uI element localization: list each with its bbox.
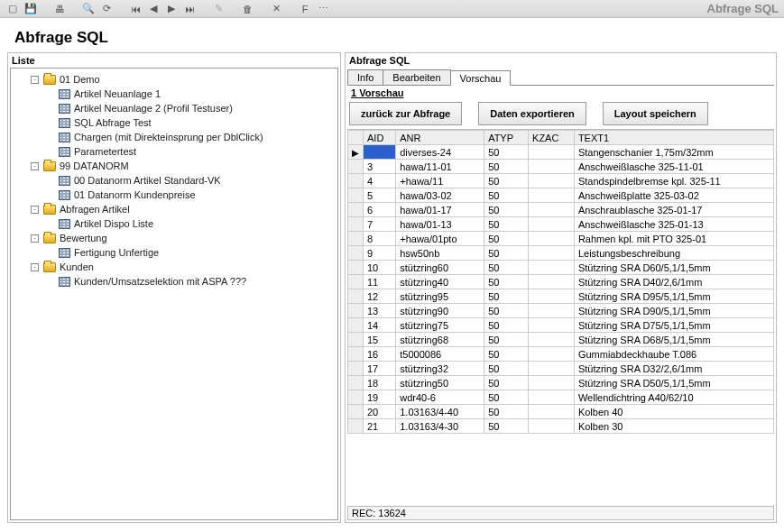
cell-atyp[interactable]: 50 (484, 318, 529, 333)
cell-kzac[interactable] (529, 145, 575, 160)
table-row[interactable]: 16t500008650Gummiabdeckhaube T.086 (348, 347, 774, 362)
nav-first-icon[interactable]: ⏮ (128, 2, 143, 16)
cell-anr[interactable]: hawa/01-17 (396, 203, 484, 217)
cell-atyp[interactable]: 50 (484, 405, 529, 419)
cell-atyp[interactable]: 50 (484, 145, 529, 160)
tool-save-icon[interactable]: 💾 (23, 2, 38, 16)
table-row[interactable]: 201.03163/4-4050Kolben 40 (348, 405, 774, 419)
table-row[interactable]: 18stützring5050Stützring SRA D50/5,1/1,5… (348, 376, 774, 390)
tool-close-icon[interactable]: ✕ (269, 2, 283, 16)
tab-vorschau[interactable]: Vorschau (450, 70, 512, 86)
tree-folder[interactable]: -Bewertung (13, 231, 336, 245)
tree-item[interactable]: 01 Datanorm Kundenpreise (13, 188, 336, 202)
back-button[interactable]: zurück zur Abfrage (349, 102, 462, 125)
cell-text1[interactable]: Stützring SRA D68/5,1/1,5mm (574, 333, 773, 347)
cell-anr[interactable]: stützring32 (396, 362, 484, 376)
nav-last-icon[interactable]: ⏭ (182, 2, 197, 16)
table-row[interactable]: 12stützring9550Stützring SRA D95/5,1/1,5… (348, 289, 774, 304)
cell-anr[interactable]: diverses-24 (396, 145, 484, 160)
table-row[interactable]: 19wdr40-650Wellendichtring A40/62/10 (348, 390, 774, 405)
cell-anr[interactable]: +hawa/11 (396, 174, 484, 188)
cell-aid[interactable]: 15 (364, 333, 396, 347)
tree-item[interactable]: Artikel Neuanlage 1 (13, 87, 336, 101)
expand-toggle-icon[interactable]: - (31, 162, 39, 170)
nav-next-icon[interactable]: ▶ (164, 2, 179, 16)
cell-atyp[interactable]: 50 (484, 160, 529, 174)
cell-aid[interactable] (364, 145, 396, 160)
tool-icon-1[interactable]: ▢ (5, 2, 20, 16)
table-row[interactable]: ▶diverses-2450Stangenschanier 1,75m/32mm (348, 145, 774, 160)
cell-atyp[interactable]: 50 (484, 376, 529, 390)
cell-aid[interactable]: 8 (364, 232, 396, 246)
cell-aid[interactable]: 18 (364, 376, 396, 390)
table-row[interactable]: 17stützring3250Stützring SRA D32/2,6/1mm (348, 362, 774, 376)
cell-kzac[interactable] (529, 261, 575, 275)
tree-item[interactable]: Parametertest (13, 144, 336, 159)
cell-atyp[interactable]: 50 (484, 419, 529, 434)
tool-print-icon[interactable]: 🖶 (52, 2, 67, 16)
cell-aid[interactable]: 20 (364, 405, 396, 419)
grid[interactable]: AIDANRATYPKZACTEXT1▶diverses-2450Stangen… (347, 129, 774, 504)
tool-edit-icon[interactable]: ✎ (211, 2, 226, 16)
expand-toggle-icon[interactable]: - (31, 206, 39, 214)
cell-aid[interactable]: 21 (364, 419, 396, 434)
cell-anr[interactable]: hsw50nb (396, 246, 484, 261)
tool-refresh-icon[interactable]: ⟳ (99, 2, 114, 16)
cell-kzac[interactable] (529, 304, 575, 318)
tree-folder[interactable]: -99 DATANORM (13, 159, 336, 173)
cell-anr[interactable]: stützring68 (396, 333, 484, 347)
table-row[interactable]: 11stützring4050Stützring SRA D40/2,6/1mm (348, 275, 774, 289)
table-row[interactable]: 4+hawa/1150Standspindelbremse kpl. 325-1… (348, 174, 774, 188)
tool-delete-icon[interactable]: 🗑 (240, 2, 254, 16)
cell-text1[interactable]: Anschweißplatte 325-03-02 (574, 188, 773, 203)
table-row[interactable]: 6hawa/01-1750Anschraublasche 325-01-17 (348, 203, 774, 217)
cell-aid[interactable]: 3 (364, 160, 396, 174)
cell-kzac[interactable] (529, 246, 575, 261)
cell-text1[interactable]: Stützring SRA D90/5,1/1,5mm (574, 304, 773, 318)
cell-kzac[interactable] (529, 217, 575, 232)
table-row[interactable]: 211.03163/4-3050Kolben 30 (348, 419, 774, 434)
cell-atyp[interactable]: 50 (484, 390, 529, 405)
table-row[interactable]: 9hsw50nb50Leistungsbeschreibung (348, 246, 774, 261)
cell-anr[interactable]: stützring40 (396, 275, 484, 289)
cell-anr[interactable]: stützring50 (396, 376, 484, 390)
cell-anr[interactable]: stützring95 (396, 289, 484, 304)
expand-toggle-icon[interactable]: - (31, 76, 39, 84)
cell-atyp[interactable]: 50 (484, 275, 529, 289)
cell-kzac[interactable] (529, 232, 575, 246)
cell-kzac[interactable] (529, 419, 575, 434)
cell-anr[interactable]: 1.03163/4-40 (396, 405, 484, 419)
cell-anr[interactable]: +hawa/01pto (396, 232, 484, 246)
cell-kzac[interactable] (529, 347, 575, 362)
cell-text1[interactable]: Stützring SRA D75/5,1/1,5mm (574, 318, 773, 333)
cell-atyp[interactable]: 50 (484, 246, 529, 261)
tree-item[interactable]: Chargen (mit Direkteinsprung per DblClic… (13, 130, 336, 144)
cell-kzac[interactable] (529, 376, 575, 390)
cell-text1[interactable]: Stützring SRA D95/5,1/1,5mm (574, 289, 773, 304)
export-button[interactable]: Daten exportieren (478, 102, 586, 125)
table-row[interactable]: 8+hawa/01pto50Rahmen kpl. mit PTO 325-01 (348, 232, 774, 246)
col-header-anr[interactable]: ANR (396, 131, 484, 145)
cell-text1[interactable]: Stangenschanier 1,75m/32mm (574, 145, 773, 160)
tree[interactable]: -01 DemoArtikel Neuanlage 1Artikel Neuan… (11, 69, 337, 292)
cell-anr[interactable]: stützring75 (396, 318, 484, 333)
tool-more-icon[interactable]: ⋯ (316, 2, 330, 16)
cell-text1[interactable]: Leistungsbeschreibung (574, 246, 773, 261)
cell-aid[interactable]: 10 (364, 261, 396, 275)
col-header-kzac[interactable]: KZAC (529, 131, 575, 145)
table-row[interactable]: 13stützring9050Stützring SRA D90/5,1/1,5… (348, 304, 774, 318)
tree-item[interactable]: Fertigung Unfertige (13, 245, 336, 260)
tree-item[interactable]: 00 Datanorm Artikel Standard-VK (13, 173, 336, 188)
cell-atyp[interactable]: 50 (484, 347, 529, 362)
cell-text1[interactable]: Anschraublasche 325-01-17 (574, 203, 773, 217)
cell-atyp[interactable]: 50 (484, 217, 529, 232)
cell-atyp[interactable]: 50 (484, 289, 529, 304)
table-row[interactable]: 5hawa/03-0250Anschweißplatte 325-03-02 (348, 188, 774, 203)
cell-aid[interactable]: 17 (364, 362, 396, 376)
tree-item[interactable]: Artikel Neuanlage 2 (Profil Testuser) (13, 101, 336, 115)
cell-kzac[interactable] (529, 318, 575, 333)
cell-kzac[interactable] (529, 160, 575, 174)
tree-folder[interactable]: -01 Demo (13, 72, 336, 87)
cell-atyp[interactable]: 50 (484, 304, 529, 318)
cell-atyp[interactable]: 50 (484, 333, 529, 347)
